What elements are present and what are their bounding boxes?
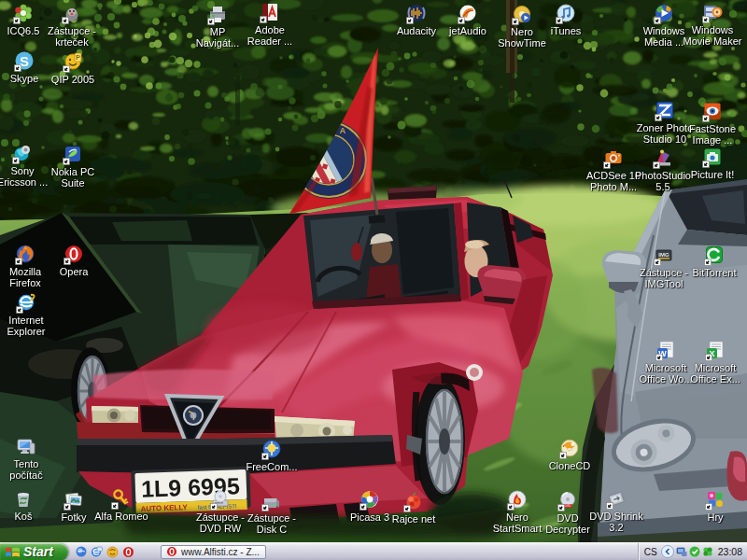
svg-text:DVD: DVD (564, 504, 571, 508)
svg-text:P: P (76, 54, 80, 61)
svg-text:IMG: IMG (658, 252, 669, 258)
svg-text:A: A (340, 126, 346, 135)
